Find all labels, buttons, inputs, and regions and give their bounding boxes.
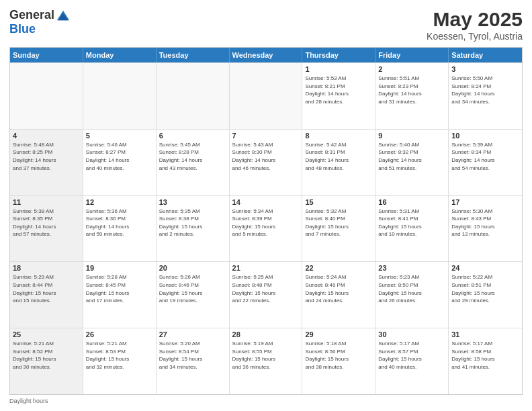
day-number: 12 — [86, 198, 153, 206]
day-number: 5 — [86, 132, 153, 140]
cell-info: Sunrise: 5:18 AM Sunset: 8:56 PM Dayligh… — [305, 340, 372, 371]
calendar-cell-12: 12Sunrise: 5:36 AM Sunset: 8:36 PM Dayli… — [83, 196, 157, 262]
day-number: 15 — [305, 198, 372, 206]
day-number: 29 — [305, 330, 372, 338]
calendar-cell-23: 23Sunrise: 5:23 AM Sunset: 8:50 PM Dayli… — [375, 262, 449, 328]
day-number: 6 — [159, 132, 226, 140]
day-number: 18 — [13, 264, 80, 272]
day-number: 7 — [232, 132, 300, 140]
cell-info: Sunrise: 5:21 AM Sunset: 8:53 PM Dayligh… — [86, 340, 153, 371]
main-title: May 2025 — [427, 8, 523, 31]
calendar-row-2: 11Sunrise: 5:38 AM Sunset: 8:35 PM Dayli… — [10, 195, 522, 262]
calendar-cell-27: 27Sunrise: 5:20 AM Sunset: 8:54 PM Dayli… — [157, 328, 230, 394]
cell-info: Sunrise: 5:28 AM Sunset: 8:45 PM Dayligh… — [86, 273, 153, 304]
cell-info: Sunrise: 5:53 AM Sunset: 8:21 PM Dayligh… — [305, 75, 372, 105]
cell-info: Sunrise: 5:38 AM Sunset: 8:35 PM Dayligh… — [13, 208, 80, 238]
calendar-cell-3: 3Sunrise: 5:50 AM Sunset: 8:24 PM Daylig… — [449, 63, 522, 129]
cell-info: Sunrise: 5:29 AM Sunset: 8:44 PM Dayligh… — [13, 273, 80, 304]
cell-info: Sunrise: 5:51 AM Sunset: 8:23 PM Dayligh… — [378, 75, 445, 105]
calendar-cell-empty-0-2 — [157, 63, 230, 129]
day-number: 19 — [86, 264, 153, 272]
cell-info: Sunrise: 5:43 AM Sunset: 8:30 PM Dayligh… — [232, 141, 300, 172]
calendar-cell-20: 20Sunrise: 5:26 AM Sunset: 8:46 PM Dayli… — [157, 262, 230, 328]
calendar-cell-16: 16Sunrise: 5:31 AM Sunset: 8:41 PM Dayli… — [375, 196, 449, 262]
day-number: 21 — [232, 264, 300, 272]
cell-info: Sunrise: 5:31 AM Sunset: 8:41 PM Dayligh… — [378, 208, 445, 238]
cell-info: Sunrise: 5:25 AM Sunset: 8:48 PM Dayligh… — [232, 273, 300, 304]
logo-blue-text: Blue — [9, 22, 36, 36]
day-number: 24 — [451, 264, 519, 272]
day-number: 3 — [451, 65, 519, 73]
subtitle: Koessen, Tyrol, Austria — [427, 31, 523, 42]
cell-info: Sunrise: 5:17 AM Sunset: 8:57 PM Dayligh… — [378, 340, 445, 371]
calendar-cell-4: 4Sunrise: 5:48 AM Sunset: 8:25 PM Daylig… — [10, 130, 83, 195]
day-number: 20 — [159, 264, 226, 272]
calendar-cell-7: 7Sunrise: 5:43 AM Sunset: 8:30 PM Daylig… — [230, 130, 303, 195]
calendar-cell-9: 9Sunrise: 5:40 AM Sunset: 8:32 PM Daylig… — [375, 130, 449, 195]
weekday-header-saturday: Saturday — [449, 48, 522, 62]
logo-general-text: General — [9, 9, 54, 22]
calendar-cell-18: 18Sunrise: 5:29 AM Sunset: 8:44 PM Dayli… — [10, 262, 83, 328]
calendar-cell-15: 15Sunrise: 5:32 AM Sunset: 8:40 PM Dayli… — [302, 196, 375, 262]
day-number: 13 — [159, 198, 226, 206]
calendar-cell-1: 1Sunrise: 5:53 AM Sunset: 8:21 PM Daylig… — [302, 63, 375, 129]
weekday-header-sunday: Sunday — [10, 48, 83, 62]
calendar-cell-24: 24Sunrise: 5:22 AM Sunset: 8:51 PM Dayli… — [449, 262, 522, 328]
weekday-header-wednesday: Wednesday — [230, 48, 303, 62]
day-number: 9 — [378, 132, 445, 140]
cell-info: Sunrise: 5:30 AM Sunset: 8:43 PM Dayligh… — [451, 208, 519, 238]
logo-icon — [56, 8, 71, 23]
day-number: 26 — [86, 330, 153, 338]
cell-info: Sunrise: 5:26 AM Sunset: 8:46 PM Dayligh… — [159, 273, 226, 304]
day-number: 25 — [13, 330, 80, 338]
cell-info: Sunrise: 5:40 AM Sunset: 8:32 PM Dayligh… — [378, 141, 445, 172]
cell-info: Sunrise: 5:45 AM Sunset: 8:28 PM Dayligh… — [159, 141, 226, 172]
calendar-header: SundayMondayTuesdayWednesdayThursdayFrid… — [10, 48, 522, 62]
calendar-cell-17: 17Sunrise: 5:30 AM Sunset: 8:43 PM Dayli… — [449, 196, 522, 262]
day-number: 11 — [13, 198, 80, 206]
calendar-cell-26: 26Sunrise: 5:21 AM Sunset: 8:53 PM Dayli… — [83, 328, 157, 394]
weekday-header-tuesday: Tuesday — [157, 48, 230, 62]
calendar-cell-25: 25Sunrise: 5:21 AM Sunset: 8:52 PM Dayli… — [10, 328, 83, 394]
title-block: May 2025 Koessen, Tyrol, Austria — [427, 8, 523, 42]
cell-info: Sunrise: 5:39 AM Sunset: 8:34 PM Dayligh… — [451, 141, 519, 172]
calendar-row-1: 4Sunrise: 5:48 AM Sunset: 8:25 PM Daylig… — [10, 129, 522, 195]
cell-info: Sunrise: 5:17 AM Sunset: 8:58 PM Dayligh… — [451, 340, 519, 371]
calendar-cell-29: 29Sunrise: 5:18 AM Sunset: 8:56 PM Dayli… — [302, 328, 375, 394]
day-number: 8 — [305, 132, 372, 140]
cell-info: Sunrise: 5:42 AM Sunset: 8:31 PM Dayligh… — [305, 141, 372, 172]
cell-info: Sunrise: 5:48 AM Sunset: 8:25 PM Dayligh… — [13, 141, 80, 172]
calendar-cell-11: 11Sunrise: 5:38 AM Sunset: 8:35 PM Dayli… — [10, 196, 83, 262]
cell-info: Sunrise: 5:21 AM Sunset: 8:52 PM Dayligh… — [13, 340, 80, 371]
cell-info: Sunrise: 5:36 AM Sunset: 8:36 PM Dayligh… — [86, 208, 153, 238]
calendar: SundayMondayTuesdayWednesdayThursdayFrid… — [9, 47, 523, 395]
calendar-cell-31: 31Sunrise: 5:17 AM Sunset: 8:58 PM Dayli… — [449, 328, 522, 394]
day-number: 22 — [305, 264, 372, 272]
cell-info: Sunrise: 5:32 AM Sunset: 8:40 PM Dayligh… — [305, 208, 372, 238]
calendar-cell-22: 22Sunrise: 5:24 AM Sunset: 8:49 PM Dayli… — [302, 262, 375, 328]
day-number: 2 — [378, 65, 445, 73]
calendar-cell-13: 13Sunrise: 5:35 AM Sunset: 8:38 PM Dayli… — [157, 196, 230, 262]
calendar-row-0: 1Sunrise: 5:53 AM Sunset: 8:21 PM Daylig… — [10, 62, 522, 129]
calendar-row-3: 18Sunrise: 5:29 AM Sunset: 8:44 PM Dayli… — [10, 261, 522, 328]
calendar-cell-14: 14Sunrise: 5:34 AM Sunset: 8:39 PM Dayli… — [230, 196, 303, 262]
day-number: 4 — [13, 132, 80, 140]
weekday-header-monday: Monday — [83, 48, 157, 62]
day-number: 17 — [451, 198, 519, 206]
day-number: 16 — [378, 198, 445, 206]
calendar-cell-empty-0-3 — [230, 63, 303, 129]
calendar-cell-28: 28Sunrise: 5:19 AM Sunset: 8:55 PM Dayli… — [230, 328, 303, 394]
day-number: 1 — [305, 65, 372, 73]
day-number: 31 — [451, 330, 519, 338]
day-number: 27 — [159, 330, 226, 338]
footer-note: Daylight hours — [9, 398, 523, 404]
day-number: 30 — [378, 330, 445, 338]
calendar-cell-empty-0-0 — [10, 63, 83, 129]
calendar-cell-10: 10Sunrise: 5:39 AM Sunset: 8:34 PM Dayli… — [449, 130, 522, 195]
cell-info: Sunrise: 5:50 AM Sunset: 8:24 PM Dayligh… — [451, 75, 519, 105]
cell-info: Sunrise: 5:46 AM Sunset: 8:27 PM Dayligh… — [86, 141, 153, 172]
calendar-cell-5: 5Sunrise: 5:46 AM Sunset: 8:27 PM Daylig… — [83, 130, 157, 195]
day-number: 28 — [232, 330, 300, 338]
calendar-body: 1Sunrise: 5:53 AM Sunset: 8:21 PM Daylig… — [10, 62, 522, 394]
calendar-cell-6: 6Sunrise: 5:45 AM Sunset: 8:28 PM Daylig… — [157, 130, 230, 195]
